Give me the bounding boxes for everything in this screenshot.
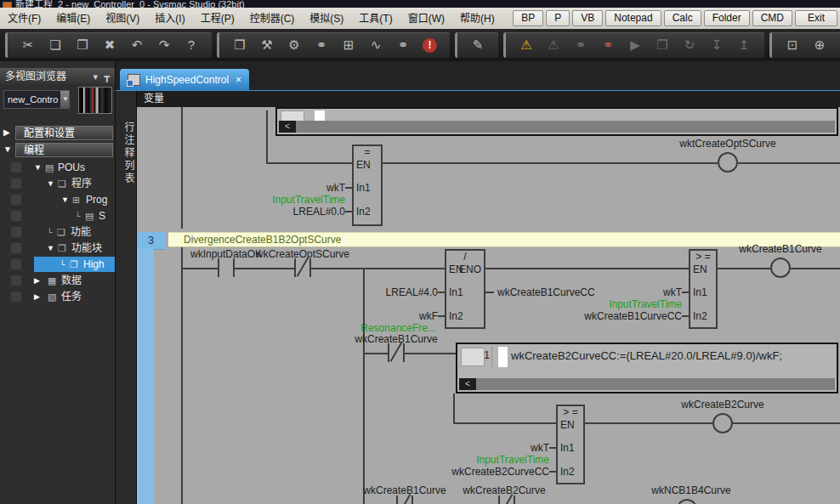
no-contact[interactable] xyxy=(218,258,235,277)
sidebar-item-program0[interactable]: ▼ ⊞ Prog xyxy=(0,192,115,207)
output-coil[interactable] xyxy=(718,152,738,173)
menu-file[interactable]: 文件(F) xyxy=(0,8,48,29)
coil-label[interactable]: wktCreateOptSCurve xyxy=(656,138,800,150)
sidebar-item-function-blocks[interactable]: ▼ ❐ 功能块 xyxy=(0,241,115,256)
controller-select-arrow[interactable]: ▼ xyxy=(60,91,70,108)
new-window-icon[interactable]: ❒ xyxy=(230,35,250,55)
menu-insert[interactable]: 插入(I) xyxy=(147,8,192,29)
p-button[interactable]: P xyxy=(546,10,570,26)
menu-project[interactable]: 工程(P) xyxy=(193,8,242,29)
inline-st-box[interactable]: 1 wkCreateB2CurveCC:=(LREAL#20.0/LREAL#9… xyxy=(456,343,838,394)
go-online-icon[interactable]: ⚠ xyxy=(516,35,536,55)
menu-help[interactable]: 帮助(H) xyxy=(452,8,502,29)
rung-selection-strip[interactable] xyxy=(137,249,154,504)
bp-button[interactable]: BP xyxy=(513,10,543,26)
expander-icon[interactable]: ▼ xyxy=(61,192,69,207)
tab-highspeedcontrol[interactable]: HighSpeedControl × xyxy=(120,69,249,90)
rebuild-icon[interactable]: ⚙ xyxy=(284,35,304,55)
transfer-from-controller-icon[interactable]: ↥ xyxy=(734,35,754,55)
notepad-button[interactable]: Notepad xyxy=(605,10,661,26)
rung-number[interactable]: 3 xyxy=(137,232,165,250)
in1-variable[interactable]: wkT xyxy=(604,286,682,298)
sidebar-item-highspeedcontrol[interactable]: └ ❐ High xyxy=(0,257,115,272)
go-offline-icon[interactable]: ⚠ xyxy=(543,35,564,55)
calc-button[interactable]: Calc xyxy=(664,10,701,26)
program-mode-icon[interactable]: ❐ xyxy=(652,35,673,55)
transfer-to-controller-icon[interactable]: ↧ xyxy=(707,35,727,55)
ladder-editor-canvas[interactable]: 3 < xyxy=(137,107,840,504)
controller-select[interactable]: new_Contro ▼ xyxy=(3,90,70,109)
coil-label[interactable]: wkCreateB2Curve xyxy=(650,399,795,411)
zoom-out-icon[interactable]: ⊖ xyxy=(837,35,840,55)
vb-button[interactable]: VB xyxy=(572,10,603,26)
output-variable[interactable]: wkCreateB1CurveCC xyxy=(497,286,608,298)
exit-button[interactable]: Exit xyxy=(795,10,837,26)
section-programming[interactable]: 编程 xyxy=(15,143,113,157)
expander-icon[interactable]: ▼ xyxy=(34,160,42,175)
menu-window[interactable]: 窗口(W) xyxy=(400,8,452,29)
sidebar-item-programs[interactable]: ▼ ❏ 程序 xyxy=(0,176,115,191)
undo-icon[interactable]: ↶ xyxy=(127,35,147,55)
in2-variable[interactable]: wkCreateB2CurveCC xyxy=(429,466,549,478)
menu-view[interactable]: 视图(V) xyxy=(98,8,147,29)
multiview-explorer-header[interactable]: 多视图浏览器 ▾ ┳ xyxy=(0,68,115,85)
coil-label[interactable]: wkCreateB1Curve xyxy=(708,243,840,255)
delete-icon[interactable]: ✖ xyxy=(99,35,120,55)
output-coil[interactable] xyxy=(770,258,791,278)
in2-variable[interactable]: wkCreateB1CurveCC xyxy=(561,310,682,322)
eq-function-block[interactable]: = EN In1 In2 xyxy=(352,144,383,226)
folder-button[interactable]: Folder xyxy=(704,10,750,26)
expander-icon[interactable]: ▼ xyxy=(47,241,54,256)
sidebar-item-tasks[interactable]: ▶ ▧ 任务 xyxy=(0,289,115,304)
ge-function-block-1[interactable]: > = EN In1 In2 xyxy=(689,249,718,329)
cut-icon[interactable]: ✂ xyxy=(18,35,38,55)
pin-icon[interactable]: ┳ xyxy=(104,68,110,85)
monitor-stop-icon[interactable]: ⚭ xyxy=(598,35,618,55)
nc-contact[interactable] xyxy=(294,258,311,277)
in2-variable[interactable]: wkF xyxy=(353,310,438,322)
st-scrollbar[interactable]: < xyxy=(279,121,835,133)
nc-contact[interactable] xyxy=(388,343,405,362)
search-binoculars-icon[interactable]: ⚭ xyxy=(393,35,413,55)
in1-variable[interactable]: wkT xyxy=(471,442,549,454)
sidebar-item-data[interactable]: ▶ ▦ 数据 xyxy=(0,273,115,288)
scroll-left-button[interactable]: < xyxy=(459,378,476,390)
paste-icon[interactable]: ❐ xyxy=(72,35,93,55)
synchronize-icon[interactable]: ↻ xyxy=(679,35,700,55)
sidebar-item-section0[interactable]: └ ▤ S xyxy=(0,208,115,224)
cmd-button[interactable]: CMD xyxy=(752,10,792,26)
st-scrollbar[interactable]: < xyxy=(459,378,835,390)
output-coil[interactable] xyxy=(712,413,733,433)
in1-variable[interactable]: wkT xyxy=(260,182,345,194)
nc-contact[interactable] xyxy=(498,496,515,504)
watch-table-icon[interactable]: ⊞ xyxy=(338,35,359,55)
tab-close-icon[interactable]: × xyxy=(236,74,241,86)
expander-icon[interactable]: ▼ xyxy=(47,176,54,191)
menu-tools[interactable]: 工具(T) xyxy=(351,8,400,29)
run-mode-icon[interactable]: ▶ xyxy=(625,35,645,55)
sidebar-item-functions[interactable]: └ ❏ 功能 xyxy=(0,224,115,240)
build-icon[interactable]: ⚒ xyxy=(257,35,277,55)
variables-bar[interactable]: 变量 xyxy=(137,91,840,107)
copy-icon[interactable]: ❏ xyxy=(45,35,65,55)
collapse-icon[interactable]: ▾ xyxy=(93,68,98,85)
inline-st-box-top[interactable]: < xyxy=(275,107,838,136)
scroll-left-button[interactable]: < xyxy=(279,121,296,133)
edit-pen-icon[interactable]: ✎ xyxy=(468,35,488,55)
help-icon[interactable]: ? xyxy=(181,35,201,55)
monitor-start-icon[interactable]: ⚭ xyxy=(570,35,591,55)
coil-label[interactable]: wkNCB1B4Curve xyxy=(632,484,751,496)
in2-variable[interactable]: LREAL#0.0 xyxy=(260,206,345,218)
in1-variable[interactable]: LREAL#4.0 xyxy=(353,286,438,298)
error-list-icon[interactable]: ! xyxy=(423,38,437,53)
contact-label[interactable]: wkCreateB2Curve xyxy=(445,484,564,496)
programming-expander-icon[interactable]: ▼ xyxy=(3,144,12,154)
redo-icon[interactable]: ↷ xyxy=(154,35,174,55)
section-config[interactable]: 配置和设置 xyxy=(15,126,113,140)
zoom-in-icon[interactable]: ⊕ xyxy=(809,35,830,55)
nc-contact[interactable] xyxy=(396,496,413,504)
row-comment-list-tab[interactable]: 行注释列表 xyxy=(116,91,137,504)
monitor-icon[interactable]: ⚭ xyxy=(311,35,332,55)
ge-function-block-2[interactable]: > = EN In1 In2 xyxy=(556,405,585,484)
menu-simulation[interactable]: 模拟(S) xyxy=(302,8,351,29)
